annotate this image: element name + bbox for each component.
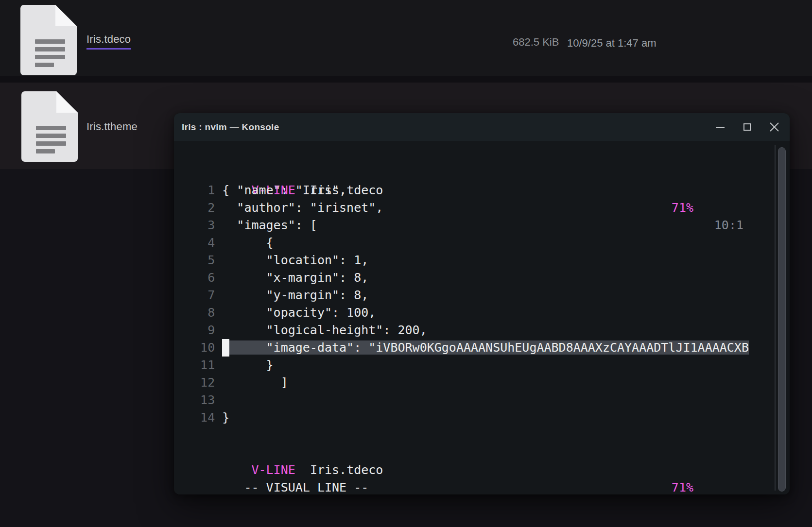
code-line: 5 "location": 1, [186, 252, 790, 269]
nvim-buffer[interactable]: V-LINEIris.tdeco 71% 10:1 1{ "name": "Ir… [186, 164, 790, 479]
code-text: { [222, 236, 273, 250]
window-title: Iris : nvim — Konsole [174, 122, 279, 133]
code-line: 14} [186, 409, 790, 426]
visual-line-indicator: -- VISUAL LINE -- [244, 480, 368, 494]
code-line: 3 "images": [ [186, 217, 790, 234]
code-text: "x-margin": 8, [222, 271, 368, 285]
file-size: 682.5 KiB [513, 36, 559, 49]
code-line: 10 "image-data": "iVBORw0KGgoAAAANSUhEUg… [186, 339, 790, 357]
vim-block-cursor [222, 339, 229, 357]
terminal-viewport[interactable]: V-LINEIris.tdeco 71% 10:1 1{ "name": "Ir… [174, 141, 790, 494]
code-line: 7 "y-margin": 8, [186, 287, 790, 304]
blank-line [186, 426, 790, 444]
window-titlebar[interactable]: Iris : nvim — Konsole [174, 113, 790, 141]
line-number: 6 [186, 269, 215, 287]
code-text: "opacity": 100, [222, 306, 376, 320]
scroll-percent: 71% [672, 479, 693, 494]
line-number: 3 [186, 217, 215, 234]
code-line: 12 ] [186, 374, 790, 391]
line-number: 12 [186, 374, 215, 391]
file-row-tdeco[interactable]: Iris.tdeco 682.5 KiB 10/9/25 at 1:47 am [0, 0, 812, 76]
line-number: 11 [186, 357, 215, 374]
maximize-icon[interactable] [743, 122, 752, 132]
code-line: 11 } [186, 357, 790, 374]
code-text: "y-margin": 8, [222, 288, 368, 302]
konsole-window: Iris : nvim — Konsole V-LINEIris.tdeco 7… [174, 113, 790, 494]
pane-separator [775, 145, 776, 491]
code-line: 6 "x-margin": 8, [186, 269, 790, 287]
code-text: } [222, 410, 229, 425]
file-name-ttheme[interactable]: Iris.ttheme [86, 120, 138, 133]
code-text: "location": 1, [222, 253, 368, 267]
close-icon[interactable] [770, 122, 779, 132]
document-icon [20, 5, 77, 75]
row-separator [0, 76, 812, 83]
code-text: { "name": "Iris", [222, 183, 346, 197]
line-number: 2 [186, 199, 215, 217]
code-line: 8 "opacity": 100, [186, 304, 790, 322]
code-text: "logical-height": 200, [222, 323, 427, 337]
line-number: 4 [186, 234, 215, 252]
line-number: 5 [186, 252, 215, 269]
code-line: 2 "author": "irisnet", [186, 199, 790, 217]
code-line: 1{ "name": "Iris", [186, 182, 790, 199]
statusline-top: V-LINEIris.tdeco 71% 10:1 [186, 164, 790, 182]
code-line: 9 "logical-height": 200, [186, 322, 790, 339]
line-number: 7 [186, 287, 215, 304]
line-number: 13 [186, 391, 215, 409]
minimize-icon[interactable] [715, 122, 725, 132]
statusline-bottom: V-LINEIris.tdeco 71% 10:1 [186, 444, 790, 461]
line-number: 9 [186, 322, 215, 339]
line-number: 1 [186, 182, 215, 199]
code-text: ] [222, 375, 288, 390]
code-lines: 1{ "name": "Iris",2 "author": "irisnet",… [186, 182, 790, 426]
visual-selection: "image-data": "iVBORw0KGgoAAAANSUhEUgAAB… [222, 340, 749, 355]
document-icon [21, 91, 78, 162]
line-number: 10 [186, 339, 215, 357]
code-line: 13 [186, 391, 790, 409]
code-text: "images": [ [222, 218, 317, 232]
code-line: 4 { [186, 234, 790, 252]
line-number: 14 [186, 409, 215, 426]
file-date: 10/9/25 at 1:47 am [567, 37, 656, 50]
code-text: "author": "irisnet", [222, 201, 383, 215]
code-text: } [222, 358, 273, 372]
scrollbar-thumb[interactable] [778, 147, 786, 492]
mode-indicator-line: -- VISUAL LINE -- 1 [186, 461, 790, 479]
file-name-tdeco[interactable]: Iris.tdeco [86, 33, 131, 50]
line-number: 8 [186, 304, 215, 322]
